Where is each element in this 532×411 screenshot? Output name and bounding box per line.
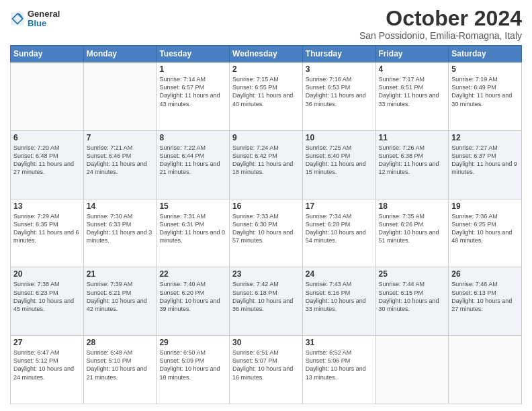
table-row: 29Sunrise: 6:50 AM Sunset: 5:09 PM Dayli…	[157, 336, 230, 404]
table-row: 14Sunrise: 7:30 AM Sunset: 6:33 PM Dayli…	[83, 199, 157, 267]
cell-text: Sunrise: 7:38 AM Sunset: 6:23 PM Dayligh…	[13, 280, 81, 313]
cell-text: Sunrise: 6:47 AM Sunset: 5:12 PM Dayligh…	[13, 349, 81, 381]
table-row	[449, 336, 522, 404]
cell-text: Sunrise: 7:20 AM Sunset: 6:48 PM Dayligh…	[13, 144, 81, 177]
table-row: 8Sunrise: 7:22 AM Sunset: 6:44 PM Daylig…	[157, 130, 230, 199]
table-row: 22Sunrise: 7:40 AM Sunset: 6:20 PM Dayli…	[157, 267, 230, 336]
table-row	[375, 336, 449, 404]
calendar-day-header: Monday	[83, 46, 157, 62]
cell-text: Sunrise: 6:51 AM Sunset: 5:07 PM Dayligh…	[232, 349, 300, 381]
table-row: 3Sunrise: 7:16 AM Sunset: 6:53 PM Daylig…	[302, 62, 375, 131]
day-number: 11	[379, 133, 446, 142]
day-number: 9	[232, 133, 300, 142]
cell-text: Sunrise: 7:34 AM Sunset: 6:28 PM Dayligh…	[306, 212, 373, 245]
table-row: 9Sunrise: 7:24 AM Sunset: 6:42 PM Daylig…	[230, 130, 303, 199]
day-number: 22	[159, 269, 226, 279]
cell-text: Sunrise: 7:15 AM Sunset: 6:55 PM Dayligh…	[232, 75, 300, 108]
table-row: 28Sunrise: 6:48 AM Sunset: 5:10 PM Dayli…	[83, 336, 157, 404]
cell-text: Sunrise: 7:29 AM Sunset: 6:35 PM Dayligh…	[13, 212, 81, 245]
calendar-day-header: Tuesday	[157, 46, 230, 62]
table-row: 10Sunrise: 7:25 AM Sunset: 6:40 PM Dayli…	[302, 130, 375, 199]
cell-text: Sunrise: 7:40 AM Sunset: 6:20 PM Dayligh…	[159, 280, 226, 313]
subtitle: San Possidonio, Emilia-Romagna, Italy	[359, 30, 522, 41]
calendar-week-row: 6Sunrise: 7:20 AM Sunset: 6:48 PM Daylig…	[11, 130, 522, 199]
table-row: 2Sunrise: 7:15 AM Sunset: 6:55 PM Daylig…	[230, 62, 303, 131]
page: General Blue October 2024 San Possidonio…	[0, 0, 532, 411]
day-number: 8	[159, 133, 226, 142]
day-number: 10	[306, 133, 373, 142]
day-number: 15	[159, 201, 226, 211]
cell-text: Sunrise: 7:44 AM Sunset: 6:15 PM Dayligh…	[379, 280, 446, 313]
logo: General Blue	[10, 9, 60, 29]
day-number: 17	[306, 201, 373, 211]
cell-text: Sunrise: 7:22 AM Sunset: 6:44 PM Dayligh…	[159, 144, 226, 177]
cell-text: Sunrise: 7:16 AM Sunset: 6:53 PM Dayligh…	[306, 75, 373, 108]
cell-text: Sunrise: 7:27 AM Sunset: 6:37 PM Dayligh…	[451, 144, 519, 177]
logo-line1: General	[28, 9, 60, 19]
cell-text: Sunrise: 7:19 AM Sunset: 6:49 PM Dayligh…	[451, 75, 519, 108]
cell-text: Sunrise: 7:25 AM Sunset: 6:40 PM Dayligh…	[306, 144, 373, 177]
cell-text: Sunrise: 7:35 AM Sunset: 6:26 PM Dayligh…	[379, 212, 446, 245]
day-number: 5	[451, 64, 519, 74]
table-row	[11, 62, 84, 131]
cell-text: Sunrise: 6:48 AM Sunset: 5:10 PM Dayligh…	[87, 349, 154, 381]
cell-text: Sunrise: 7:33 AM Sunset: 6:30 PM Dayligh…	[232, 212, 300, 245]
calendar-day-header: Sunday	[11, 46, 84, 62]
cell-text: Sunrise: 7:36 AM Sunset: 6:25 PM Dayligh…	[451, 212, 519, 245]
calendar-week-row: 13Sunrise: 7:29 AM Sunset: 6:35 PM Dayli…	[11, 199, 522, 267]
calendar-day-header: Wednesday	[230, 46, 303, 62]
day-number: 12	[451, 133, 519, 142]
day-number: 18	[379, 201, 446, 211]
logo-text: General Blue	[28, 9, 60, 29]
day-number: 19	[451, 201, 519, 211]
day-number: 27	[13, 338, 81, 347]
day-number: 13	[13, 201, 81, 211]
day-number: 14	[87, 201, 154, 211]
calendar-week-row: 1Sunrise: 7:14 AM Sunset: 6:57 PM Daylig…	[11, 62, 522, 131]
table-row: 31Sunrise: 6:52 AM Sunset: 5:06 PM Dayli…	[302, 336, 375, 404]
table-row: 4Sunrise: 7:17 AM Sunset: 6:51 PM Daylig…	[375, 62, 449, 131]
day-number: 31	[306, 338, 373, 347]
table-row: 5Sunrise: 7:19 AM Sunset: 6:49 PM Daylig…	[449, 62, 522, 131]
cell-text: Sunrise: 7:46 AM Sunset: 6:13 PM Dayligh…	[451, 280, 519, 313]
cell-text: Sunrise: 7:26 AM Sunset: 6:38 PM Dayligh…	[379, 144, 446, 177]
table-row: 15Sunrise: 7:31 AM Sunset: 6:31 PM Dayli…	[157, 199, 230, 267]
table-row: 7Sunrise: 7:21 AM Sunset: 6:46 PM Daylig…	[83, 130, 157, 199]
table-row: 6Sunrise: 7:20 AM Sunset: 6:48 PM Daylig…	[11, 130, 84, 199]
table-row: 21Sunrise: 7:39 AM Sunset: 6:21 PM Dayli…	[83, 267, 157, 336]
title-block: October 2024 San Possidonio, Emilia-Roma…	[359, 7, 522, 41]
day-number: 29	[159, 338, 226, 347]
table-row: 13Sunrise: 7:29 AM Sunset: 6:35 PM Dayli…	[11, 199, 84, 267]
table-row: 11Sunrise: 7:26 AM Sunset: 6:38 PM Dayli…	[375, 130, 449, 199]
table-row: 30Sunrise: 6:51 AM Sunset: 5:07 PM Dayli…	[230, 336, 303, 404]
logo-line2: Blue	[28, 19, 60, 28]
day-number: 21	[87, 269, 154, 279]
calendar-day-header: Thursday	[302, 46, 375, 62]
logo-icon	[10, 11, 25, 26]
day-number: 16	[232, 201, 300, 211]
cell-text: Sunrise: 7:39 AM Sunset: 6:21 PM Dayligh…	[87, 280, 154, 313]
table-row: 12Sunrise: 7:27 AM Sunset: 6:37 PM Dayli…	[449, 130, 522, 199]
day-number: 7	[87, 133, 154, 142]
table-row: 23Sunrise: 7:42 AM Sunset: 6:18 PM Dayli…	[230, 267, 303, 336]
table-row: 16Sunrise: 7:33 AM Sunset: 6:30 PM Dayli…	[230, 199, 303, 267]
table-row: 25Sunrise: 7:44 AM Sunset: 6:15 PM Dayli…	[375, 267, 449, 336]
day-number: 28	[87, 338, 154, 347]
day-number: 2	[232, 64, 300, 74]
cell-text: Sunrise: 7:14 AM Sunset: 6:57 PM Dayligh…	[159, 75, 226, 108]
day-number: 24	[306, 269, 373, 279]
day-number: 30	[232, 338, 300, 347]
day-number: 25	[379, 269, 446, 279]
day-number: 26	[451, 269, 519, 279]
day-number: 20	[13, 269, 81, 279]
calendar-week-row: 27Sunrise: 6:47 AM Sunset: 5:12 PM Dayli…	[11, 336, 522, 404]
calendar-week-row: 20Sunrise: 7:38 AM Sunset: 6:23 PM Dayli…	[11, 267, 522, 336]
cell-text: Sunrise: 7:24 AM Sunset: 6:42 PM Dayligh…	[232, 144, 300, 177]
calendar-day-header: Saturday	[449, 46, 522, 62]
cell-text: Sunrise: 7:43 AM Sunset: 6:16 PM Dayligh…	[306, 280, 373, 313]
cell-text: Sunrise: 7:31 AM Sunset: 6:31 PM Dayligh…	[159, 212, 226, 245]
table-row: 20Sunrise: 7:38 AM Sunset: 6:23 PM Dayli…	[11, 267, 84, 336]
table-row: 1Sunrise: 7:14 AM Sunset: 6:57 PM Daylig…	[157, 62, 230, 131]
cell-text: Sunrise: 6:52 AM Sunset: 5:06 PM Dayligh…	[306, 349, 373, 381]
day-number: 3	[306, 64, 373, 74]
